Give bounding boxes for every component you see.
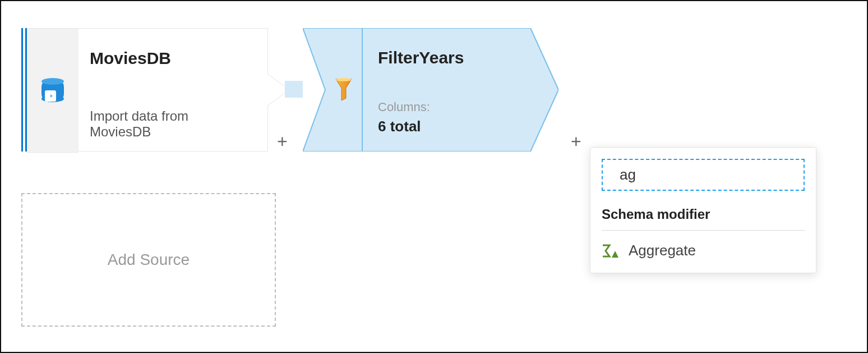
source-selection-marks: [21, 28, 27, 152]
source-body: MoviesDB Import data from MoviesDB: [79, 28, 268, 152]
picker-item-aggregate[interactable]: Aggregate: [602, 242, 805, 259]
filter-icon-column: [325, 28, 362, 152]
transformation-search-input[interactable]: [618, 166, 803, 184]
funnel-icon: [335, 78, 353, 102]
source-title: MoviesDB: [90, 49, 247, 68]
transformation-search[interactable]: [602, 159, 805, 191]
add-source-label: Add Source: [108, 251, 190, 269]
source-subtitle: Import data from MoviesDB: [90, 108, 247, 140]
add-transform-after-source-button[interactable]: +: [277, 131, 288, 152]
source-node[interactable]: MoviesDB Import data from MoviesDB: [21, 28, 268, 152]
picker-category-header: Schema modifier: [602, 207, 805, 231]
dataflow-canvas: MoviesDB Import data from MoviesDB +: [0, 0, 868, 353]
filter-columns-value: 6 total: [378, 118, 525, 135]
filter-node[interactable]: FilterYears Columns: 6 total: [303, 28, 558, 152]
source-icon-column: [27, 28, 79, 153]
filter-title: FilterYears: [378, 48, 525, 67]
picker-item-label: Aggregate: [629, 242, 696, 259]
add-transform-after-filter-button[interactable]: +: [571, 131, 581, 152]
transformation-picker: Schema modifier Aggregate: [590, 147, 816, 273]
svg-point-2: [336, 78, 352, 81]
aggregate-icon: [602, 244, 618, 258]
filter-body: FilterYears Columns: 6 total: [372, 28, 530, 152]
add-source-placeholder[interactable]: Add Source: [21, 193, 276, 327]
flow-connector: [285, 81, 303, 98]
filter-columns-label: Columns:: [378, 100, 525, 114]
svg-marker-5: [612, 251, 618, 258]
database-icon: [41, 78, 64, 103]
